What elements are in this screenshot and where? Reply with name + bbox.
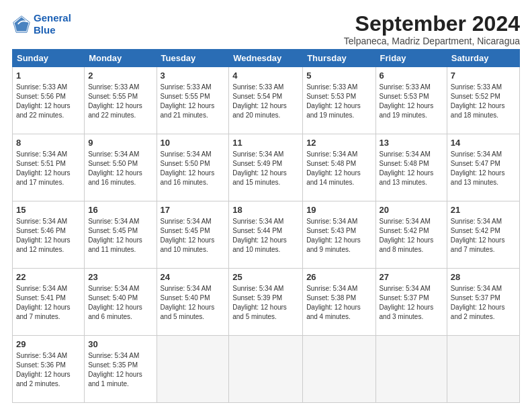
header: General Blue September 2024 Telpaneca, M… <box>12 12 520 46</box>
day-info: Sunrise: 5:33 AM Sunset: 5:54 PM Dayligh… <box>232 83 299 120</box>
svg-marker-0 <box>15 17 29 32</box>
day-info: Sunrise: 5:33 AM Sunset: 5:53 PM Dayligh… <box>380 83 443 120</box>
table-row: 22Sunrise: 5:34 AM Sunset: 5:41 PM Dayli… <box>13 269 85 336</box>
day-info: Sunrise: 5:33 AM Sunset: 5:55 PM Dayligh… <box>161 83 226 120</box>
day-number: 5 <box>306 70 371 82</box>
header-tuesday: Tuesday <box>157 50 229 67</box>
day-info: Sunrise: 5:34 AM Sunset: 5:48 PM Dayligh… <box>380 150 443 187</box>
day-number: 6 <box>380 70 443 82</box>
table-row: 15Sunrise: 5:34 AM Sunset: 5:46 PM Dayli… <box>13 201 85 269</box>
logo-line1: General <box>34 12 71 24</box>
table-row: 19Sunrise: 5:34 AM Sunset: 5:43 PM Dayli… <box>303 201 375 269</box>
table-row: 9Sunrise: 5:34 AM Sunset: 5:50 PM Daylig… <box>85 134 157 201</box>
day-info: Sunrise: 5:34 AM Sunset: 5:51 PM Dayligh… <box>16 150 81 187</box>
day-info: Sunrise: 5:33 AM Sunset: 5:56 PM Dayligh… <box>16 83 81 120</box>
table-row: 4Sunrise: 5:33 AM Sunset: 5:54 PM Daylig… <box>229 67 303 134</box>
table-row: 27Sunrise: 5:34 AM Sunset: 5:37 PM Dayli… <box>375 269 447 336</box>
day-number: 23 <box>88 271 152 283</box>
day-info: Sunrise: 5:34 AM Sunset: 5:42 PM Dayligh… <box>380 217 443 255</box>
day-info: Sunrise: 5:34 AM Sunset: 5:50 PM Dayligh… <box>161 150 226 187</box>
day-number: 22 <box>16 271 81 283</box>
header-wednesday: Wednesday <box>229 50 303 67</box>
day-number: 13 <box>380 137 443 149</box>
table-row: 12Sunrise: 5:34 AM Sunset: 5:48 PM Dayli… <box>303 134 375 201</box>
table-row: 18Sunrise: 5:34 AM Sunset: 5:44 PM Dayli… <box>229 201 303 269</box>
logo-icon <box>12 15 31 34</box>
day-number: 30 <box>88 338 152 351</box>
month-title: September 2024 <box>344 12 520 36</box>
table-row: 8Sunrise: 5:34 AM Sunset: 5:51 PM Daylig… <box>13 134 85 201</box>
table-row: 28Sunrise: 5:34 AM Sunset: 5:37 PM Dayli… <box>447 269 519 336</box>
day-number: 21 <box>451 204 516 216</box>
table-row: 16Sunrise: 5:34 AM Sunset: 5:45 PM Dayli… <box>85 201 157 269</box>
table-row: 14Sunrise: 5:34 AM Sunset: 5:47 PM Dayli… <box>447 134 519 201</box>
logo-text: General Blue <box>34 12 71 36</box>
day-info: Sunrise: 5:34 AM Sunset: 5:41 PM Dayligh… <box>16 284 81 322</box>
day-number: 28 <box>451 271 516 283</box>
table-row: 13Sunrise: 5:34 AM Sunset: 5:48 PM Dayli… <box>375 134 447 201</box>
header-friday: Friday <box>375 50 447 67</box>
logo-line2: Blue <box>34 24 56 36</box>
logo: General Blue <box>12 12 71 36</box>
day-info: Sunrise: 5:34 AM Sunset: 5:40 PM Dayligh… <box>161 284 226 322</box>
day-info: Sunrise: 5:33 AM Sunset: 5:55 PM Dayligh… <box>88 83 152 120</box>
table-row: 3Sunrise: 5:33 AM Sunset: 5:55 PM Daylig… <box>157 67 229 134</box>
table-row: 23Sunrise: 5:34 AM Sunset: 5:40 PM Dayli… <box>85 269 157 336</box>
day-number: 11 <box>232 137 299 149</box>
day-number: 29 <box>16 338 81 351</box>
table-row: 25Sunrise: 5:34 AM Sunset: 5:39 PM Dayli… <box>229 269 303 336</box>
day-number: 3 <box>161 70 226 82</box>
table-row: 24Sunrise: 5:34 AM Sunset: 5:40 PM Dayli… <box>157 269 229 336</box>
table-row: 6Sunrise: 5:33 AM Sunset: 5:53 PM Daylig… <box>375 67 447 134</box>
day-info: Sunrise: 5:33 AM Sunset: 5:53 PM Dayligh… <box>306 83 371 120</box>
day-number: 8 <box>16 137 81 149</box>
day-info: Sunrise: 5:34 AM Sunset: 5:48 PM Dayligh… <box>306 150 371 187</box>
table-row <box>447 336 519 403</box>
title-block: September 2024 Telpaneca, Madriz Departm… <box>344 12 520 46</box>
day-number: 19 <box>306 204 371 216</box>
day-info: Sunrise: 5:34 AM Sunset: 5:42 PM Dayligh… <box>451 217 516 255</box>
table-row: 21Sunrise: 5:34 AM Sunset: 5:42 PM Dayli… <box>447 201 519 269</box>
table-row: 17Sunrise: 5:34 AM Sunset: 5:45 PM Dayli… <box>157 201 229 269</box>
table-row: 7Sunrise: 5:33 AM Sunset: 5:52 PM Daylig… <box>447 67 519 134</box>
table-row: 1Sunrise: 5:33 AM Sunset: 5:56 PM Daylig… <box>13 67 85 134</box>
day-number: 15 <box>16 204 81 216</box>
day-info: Sunrise: 5:34 AM Sunset: 5:44 PM Dayligh… <box>232 217 299 255</box>
day-info: Sunrise: 5:34 AM Sunset: 5:40 PM Dayligh… <box>88 284 152 322</box>
table-row <box>303 336 375 403</box>
header-saturday: Saturday <box>447 50 519 67</box>
day-info: Sunrise: 5:33 AM Sunset: 5:52 PM Dayligh… <box>451 83 516 120</box>
day-number: 9 <box>88 137 152 149</box>
calendar-table: Sunday Monday Tuesday Wednesday Thursday… <box>12 49 520 403</box>
header-monday: Monday <box>85 50 157 67</box>
table-row: 26Sunrise: 5:34 AM Sunset: 5:38 PM Dayli… <box>303 269 375 336</box>
day-info: Sunrise: 5:34 AM Sunset: 5:49 PM Dayligh… <box>232 150 299 187</box>
day-info: Sunrise: 5:34 AM Sunset: 5:38 PM Dayligh… <box>306 284 371 322</box>
day-info: Sunrise: 5:34 AM Sunset: 5:45 PM Dayligh… <box>161 217 226 255</box>
day-number: 26 <box>306 271 371 283</box>
day-info: Sunrise: 5:34 AM Sunset: 5:37 PM Dayligh… <box>451 284 516 322</box>
day-number: 20 <box>380 204 443 216</box>
day-number: 16 <box>88 204 152 216</box>
day-number: 12 <box>306 137 371 149</box>
day-number: 17 <box>161 204 226 216</box>
table-row: 30Sunrise: 5:34 AM Sunset: 5:35 PM Dayli… <box>85 336 157 403</box>
day-info: Sunrise: 5:34 AM Sunset: 5:47 PM Dayligh… <box>451 150 516 187</box>
table-row: 11Sunrise: 5:34 AM Sunset: 5:49 PM Dayli… <box>229 134 303 201</box>
table-row: 29Sunrise: 5:34 AM Sunset: 5:36 PM Dayli… <box>13 336 85 403</box>
day-info: Sunrise: 5:34 AM Sunset: 5:37 PM Dayligh… <box>380 284 443 322</box>
day-number: 10 <box>161 137 226 149</box>
day-number: 7 <box>451 70 516 82</box>
day-number: 1 <box>16 70 81 82</box>
day-number: 2 <box>88 70 152 82</box>
page: General Blue September 2024 Telpaneca, M… <box>0 0 532 411</box>
location: Telpaneca, Madriz Department, Nicaragua <box>344 36 520 46</box>
table-row <box>157 336 229 403</box>
day-info: Sunrise: 5:34 AM Sunset: 5:50 PM Dayligh… <box>88 150 152 187</box>
table-row <box>375 336 447 403</box>
day-info: Sunrise: 5:34 AM Sunset: 5:35 PM Dayligh… <box>88 351 152 389</box>
day-number: 18 <box>232 204 299 216</box>
table-row: 10Sunrise: 5:34 AM Sunset: 5:50 PM Dayli… <box>157 134 229 201</box>
day-number: 4 <box>232 70 299 82</box>
day-info: Sunrise: 5:34 AM Sunset: 5:39 PM Dayligh… <box>232 284 299 322</box>
